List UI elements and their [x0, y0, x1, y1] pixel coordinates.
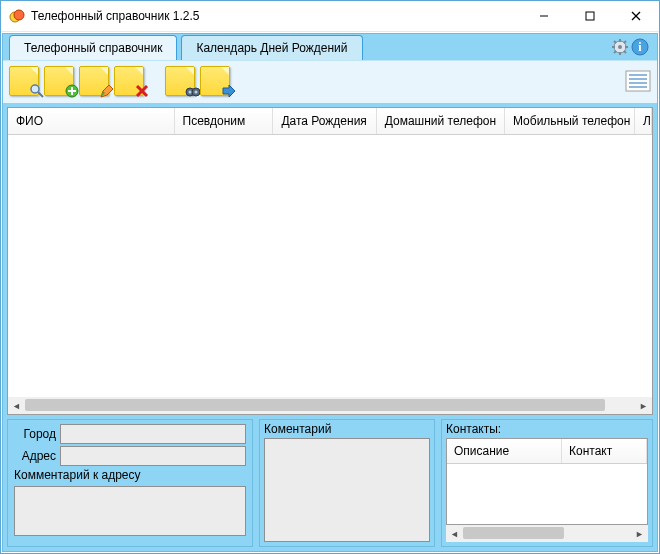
magnifier-icon: [29, 83, 45, 102]
col-fio[interactable]: ФИО: [8, 108, 175, 134]
svg-line-19: [38, 92, 43, 97]
x-icon: [134, 83, 150, 102]
app-icon: [9, 8, 25, 24]
svg-line-14: [624, 41, 626, 43]
svg-rect-3: [586, 12, 594, 20]
contacts-title: Контакты:: [442, 422, 652, 438]
scroll-track[interactable]: [25, 397, 635, 414]
comment-panel: Коментарий: [259, 419, 435, 547]
tab-phonebook[interactable]: Телефонный справочник: [9, 35, 177, 60]
city-label: Город: [14, 427, 60, 441]
svg-rect-32: [626, 71, 650, 91]
svg-point-1: [14, 10, 24, 20]
comment-label: Коментарий: [260, 422, 434, 438]
svg-point-7: [618, 45, 622, 49]
comment-textarea[interactable]: [264, 438, 430, 542]
pencil-icon: [99, 83, 115, 102]
col-home[interactable]: Домашний телефон: [377, 108, 505, 134]
svg-point-18: [31, 85, 39, 93]
window-title: Телефонный справочник 1.2.5: [31, 9, 521, 23]
scroll-right-button[interactable]: ►: [635, 397, 652, 414]
scroll-left-button[interactable]: ◄: [8, 397, 25, 414]
arrow-right-icon: [220, 83, 236, 102]
titlebar: Телефонный справочник 1.2.5: [1, 1, 659, 32]
contacts-grid: Описание Контакт: [446, 438, 648, 525]
find-note-button[interactable]: [165, 66, 198, 99]
grid-header: ФИО Псевдоним Дата Рождения Домашний тел…: [8, 108, 652, 135]
col-l[interactable]: Л: [635, 108, 652, 134]
edit-note-button[interactable]: [79, 66, 112, 99]
addr-comment-textarea[interactable]: [14, 486, 246, 536]
tab-label: Телефонный справочник: [24, 41, 162, 55]
tab-bar: Телефонный справочник Календарь Дней Рож…: [3, 34, 657, 60]
add-note-button[interactable]: [44, 66, 77, 99]
bottom-panels: Город Адрес Комментарий к адресу Комента…: [7, 419, 653, 547]
grid-hscrollbar[interactable]: ◄ ►: [8, 397, 652, 414]
list-view-button[interactable]: [625, 70, 651, 95]
header-icons: i: [611, 38, 649, 59]
export-note-button[interactable]: [200, 66, 233, 99]
svg-line-15: [614, 51, 616, 53]
maximize-button[interactable]: [567, 1, 613, 31]
address-panel: Город Адрес Комментарий к адресу: [7, 419, 253, 547]
main-grid: ФИО Псевдоним Дата Рождения Домашний тел…: [7, 107, 653, 415]
scroll-thumb[interactable]: [463, 527, 564, 539]
col-contact[interactable]: Контакт: [562, 439, 647, 463]
tab-label: Календарь Дней Рождений: [196, 41, 347, 55]
binoculars-icon: [185, 83, 201, 102]
info-icon[interactable]: i: [631, 38, 649, 59]
close-button[interactable]: [613, 1, 659, 31]
address-label: Адрес: [14, 449, 60, 463]
col-mobile[interactable]: Мобильный телефон: [505, 108, 635, 134]
minimize-button[interactable]: [521, 1, 567, 31]
grid-body[interactable]: [8, 135, 652, 397]
col-birth[interactable]: Дата Рождения: [273, 108, 376, 134]
addr-comment-label: Комментарий к адресу: [14, 468, 246, 484]
scroll-track[interactable]: [463, 525, 631, 542]
svg-line-13: [624, 51, 626, 53]
tab-birthdays[interactable]: Календарь Дней Рождений: [181, 35, 362, 60]
app-window: Телефонный справочник 1.2.5 Телефонный с…: [0, 0, 660, 554]
svg-line-12: [614, 41, 616, 43]
scroll-thumb[interactable]: [25, 399, 605, 411]
contacts-grid-header: Описание Контакт: [447, 439, 647, 464]
gear-icon[interactable]: [611, 38, 629, 59]
delete-note-button[interactable]: [114, 66, 147, 99]
contacts-panel: Контакты: Описание Контакт ◄ ►: [441, 419, 653, 547]
city-input[interactable]: [60, 424, 246, 444]
plus-icon: [64, 83, 80, 102]
address-input[interactable]: [60, 446, 246, 466]
svg-marker-31: [223, 85, 235, 97]
client-area: Телефонный справочник Календарь Дней Рож…: [2, 33, 658, 552]
scroll-right-button[interactable]: ►: [631, 525, 648, 542]
scroll-left-button[interactable]: ◄: [446, 525, 463, 542]
search-note-button[interactable]: [9, 66, 42, 99]
contacts-hscrollbar[interactable]: ◄ ►: [446, 525, 648, 542]
col-alias[interactable]: Псевдоним: [175, 108, 274, 134]
contacts-grid-body[interactable]: [447, 464, 647, 524]
svg-point-30: [195, 90, 198, 93]
svg-point-29: [189, 90, 192, 93]
toolbar: [3, 60, 657, 103]
col-description[interactable]: Описание: [447, 439, 562, 463]
